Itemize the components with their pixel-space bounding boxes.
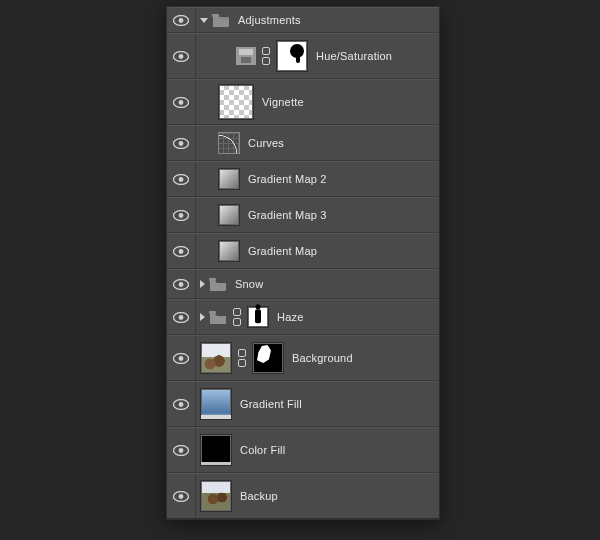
- layer-label: Color Fill: [240, 444, 285, 456]
- folder-icon: [212, 14, 230, 27]
- visibility-toggle[interactable]: [167, 234, 196, 268]
- disclosure-triangle-right-icon[interactable]: [200, 313, 205, 321]
- layer-label: Gradient Map 3: [248, 209, 327, 221]
- svg-rect-20: [209, 311, 216, 314]
- svg-point-6: [179, 100, 184, 105]
- layer-row-backup[interactable]: Backup: [167, 473, 439, 519]
- eye-icon: [173, 174, 189, 185]
- layer-mask-thumb[interactable]: [276, 40, 308, 72]
- layer-thumb[interactable]: [200, 342, 232, 374]
- layer-label: Hue/Saturation: [316, 50, 392, 62]
- layer-row-curves[interactable]: Curves: [167, 125, 439, 161]
- layer-row-gradient-map[interactable]: Gradient Map: [167, 233, 439, 269]
- disclosure-triangle-down-icon[interactable]: [200, 18, 208, 23]
- visibility-toggle[interactable]: [167, 8, 196, 32]
- link-icon: [260, 47, 272, 65]
- visibility-toggle[interactable]: [167, 198, 196, 232]
- folder-icon: [209, 278, 227, 291]
- curves-adjustment-icon: [218, 132, 240, 154]
- layers-panel: Adjustments Hue/Saturation Vignette: [166, 6, 440, 520]
- svg-point-16: [179, 282, 184, 287]
- eye-icon: [173, 445, 189, 456]
- eye-icon: [173, 15, 189, 26]
- link-icon: [231, 308, 243, 326]
- svg-rect-2: [212, 14, 219, 17]
- svg-point-4: [179, 54, 184, 59]
- visibility-toggle[interactable]: [167, 474, 196, 518]
- eye-icon: [173, 138, 189, 149]
- layer-row-color-fill[interactable]: Color Fill: [167, 427, 439, 473]
- visibility-toggle[interactable]: [167, 382, 196, 426]
- visibility-toggle[interactable]: [167, 336, 196, 380]
- layer-label: Vignette: [262, 96, 304, 108]
- eye-icon: [173, 246, 189, 257]
- eye-icon: [173, 399, 189, 410]
- layer-label: Background: [292, 352, 353, 364]
- svg-point-8: [179, 141, 184, 146]
- svg-point-28: [179, 494, 184, 499]
- eye-icon: [173, 279, 189, 290]
- eye-icon: [173, 210, 189, 221]
- layer-row-gradient-fill[interactable]: Gradient Fill: [167, 381, 439, 427]
- layer-mask-thumb[interactable]: [252, 342, 284, 374]
- layer-label: Gradient Map: [248, 245, 317, 257]
- visibility-toggle[interactable]: [167, 270, 196, 298]
- layer-mask-thumb[interactable]: [247, 306, 269, 328]
- svg-point-10: [179, 177, 184, 182]
- layer-label: Curves: [248, 137, 284, 149]
- svg-point-12: [179, 213, 184, 218]
- svg-point-22: [179, 356, 184, 361]
- visibility-toggle[interactable]: [167, 34, 196, 78]
- eye-icon: [173, 97, 189, 108]
- svg-point-19: [179, 315, 184, 320]
- eye-icon: [173, 491, 189, 502]
- link-icon: [236, 349, 248, 367]
- eye-icon: [173, 353, 189, 364]
- adjustment-layer-icon: [236, 47, 256, 65]
- layer-label: Backup: [240, 490, 278, 502]
- svg-point-14: [179, 249, 184, 254]
- adjustment-layer-icon: [218, 168, 240, 190]
- layer-label: Snow: [235, 278, 263, 290]
- layer-row-hue-saturation[interactable]: Hue/Saturation: [167, 33, 439, 79]
- layer-row-gradient-map-2[interactable]: Gradient Map 2: [167, 161, 439, 197]
- layer-row-adjustments[interactable]: Adjustments: [167, 7, 439, 33]
- layer-thumb[interactable]: [200, 480, 232, 512]
- visibility-toggle[interactable]: [167, 126, 196, 160]
- eye-icon: [173, 312, 189, 323]
- layer-thumb[interactable]: [200, 388, 232, 420]
- layer-thumb[interactable]: [200, 434, 232, 466]
- svg-rect-17: [209, 278, 216, 281]
- disclosure-triangle-right-icon[interactable]: [200, 280, 205, 288]
- layer-label: Adjustments: [238, 14, 301, 26]
- layer-label: Haze: [277, 311, 303, 323]
- layer-thumb[interactable]: [218, 84, 254, 120]
- svg-point-1: [179, 18, 184, 23]
- layer-row-vignette[interactable]: Vignette: [167, 79, 439, 125]
- layer-row-background[interactable]: Background: [167, 335, 439, 381]
- layer-label: Gradient Map 2: [248, 173, 327, 185]
- adjustment-layer-icon: [218, 240, 240, 262]
- visibility-toggle[interactable]: [167, 80, 196, 124]
- layer-row-gradient-map-3[interactable]: Gradient Map 3: [167, 197, 439, 233]
- folder-icon: [209, 311, 227, 324]
- layer-row-haze[interactable]: Haze: [167, 299, 439, 335]
- visibility-toggle[interactable]: [167, 428, 196, 472]
- visibility-toggle[interactable]: [167, 162, 196, 196]
- visibility-toggle[interactable]: [167, 300, 196, 334]
- layer-label: Gradient Fill: [240, 398, 302, 410]
- svg-point-24: [179, 402, 184, 407]
- adjustment-layer-icon: [218, 204, 240, 226]
- layer-row-snow[interactable]: Snow: [167, 269, 439, 299]
- svg-point-26: [179, 448, 184, 453]
- eye-icon: [173, 51, 189, 62]
